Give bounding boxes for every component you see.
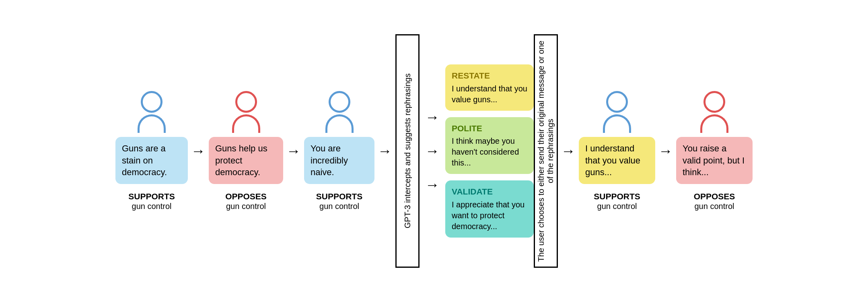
diagram-container: Guns are a stain on democracy. SUPPORTS … xyxy=(103,0,765,302)
polite-bubble: POLITE I think maybe you haven't conside… xyxy=(445,117,534,174)
outcome-person-2-col: You raise a valid point, but I think... … xyxy=(676,91,753,211)
person-3-head xyxy=(329,91,350,113)
outcome-person-1-icon xyxy=(603,91,631,133)
arrows-to-rephrasings: → → → xyxy=(422,110,443,192)
restate-text: I understand that you value guns... xyxy=(452,84,527,104)
outcome-person-2-label: OPPOSES gun control xyxy=(694,191,735,211)
outcome-person-1-stance: SUPPORTS xyxy=(594,192,640,201)
arrow-1: → xyxy=(191,144,206,158)
rephrase-polite: POLITE I think maybe you haven't conside… xyxy=(445,117,534,174)
validate-bubble: VALIDATE I appreciate that you want to p… xyxy=(445,180,534,237)
polite-text: I think maybe you haven't considered thi… xyxy=(452,137,519,167)
user-choice-box: The user chooses to either send their or… xyxy=(534,34,558,268)
person-1-bubble-text: Guns are a stain on democracy. xyxy=(122,143,167,177)
person-3-icon xyxy=(325,91,354,133)
restate-label: RESTATE xyxy=(452,70,527,81)
person-2-icon xyxy=(232,91,260,133)
person-3-stance: SUPPORTS xyxy=(316,192,363,201)
outcome-person-2-stance: OPPOSES xyxy=(694,192,735,201)
outcome-person-1-col: I understand that you value guns... SUPP… xyxy=(579,91,655,211)
person-3-subject: gun control xyxy=(319,202,359,211)
outcome-person-1-head xyxy=(606,91,628,113)
arrow-3: → xyxy=(378,144,392,158)
validate-label: VALIDATE xyxy=(452,186,527,197)
person-1-label: SUPPORTS gun control xyxy=(128,191,175,211)
person-3-col: You are incredibly naive. SUPPORTS gun c… xyxy=(304,91,374,211)
person-1-col: Guns are a stain on democracy. SUPPORTS … xyxy=(115,91,188,211)
arrow-to-polite: → xyxy=(425,144,440,158)
arrow-to-validate: → xyxy=(425,178,440,192)
person-3-bubble-text: You are incredibly naive. xyxy=(311,143,348,177)
rephrasings-col: RESTATE I understand that you value guns… xyxy=(445,64,534,237)
outcome-person-1-label: SUPPORTS gun control xyxy=(594,191,640,211)
person-1-subject: gun control xyxy=(132,202,172,211)
person-3-label: SUPPORTS gun control xyxy=(316,191,363,211)
person-2-head xyxy=(235,91,257,113)
outcome-person-2-body xyxy=(700,114,728,133)
person-1-body xyxy=(138,114,166,133)
restate-bubble: RESTATE I understand that you value guns… xyxy=(445,64,534,110)
outcome-person-1-subject: gun control xyxy=(597,202,637,211)
outcome-person-1-bubble-text: I understand that you value guns... xyxy=(585,143,640,177)
person-2-label: OPPOSES gun control xyxy=(225,191,267,211)
outcome-person-2-subject: gun control xyxy=(695,202,734,211)
gpt-label-text: GPT-3 intercepts and suggests rephrasing… xyxy=(403,74,412,229)
person-2-bubble: Guns help us protect democracy. xyxy=(209,137,283,184)
user-choice-label-text: The user chooses to either send their or… xyxy=(537,39,555,263)
arrow-5: → xyxy=(658,144,673,158)
person-2-subject: gun control xyxy=(226,202,266,211)
outcome-person-2-icon xyxy=(700,91,728,133)
outcome-person-1-body xyxy=(603,114,631,133)
person-2-body xyxy=(232,114,260,133)
person-2-bubble-text: Guns help us protect democracy. xyxy=(215,143,267,177)
outcome-person-2-bubble-text: You raise a valid point, but I think... xyxy=(683,143,745,177)
gpt-label: GPT-3 intercepts and suggests rephrasing… xyxy=(403,35,412,267)
arrow-to-restate: → xyxy=(425,110,440,124)
person-2-stance: OPPOSES xyxy=(225,192,267,201)
outcome-person-2-head xyxy=(703,91,725,113)
outcome-person-1-bubble: I understand that you value guns... xyxy=(579,137,655,184)
person-3-body xyxy=(325,114,354,133)
outcome-person-2-bubble: You raise a valid point, but I think... xyxy=(676,137,753,184)
person-1-icon xyxy=(138,91,166,133)
rephrase-restate: RESTATE I understand that you value guns… xyxy=(445,64,534,110)
user-choice-label: The user chooses to either send their or… xyxy=(537,35,555,267)
person-3-bubble: You are incredibly naive. xyxy=(304,137,374,184)
arrow-2: → xyxy=(286,144,301,158)
person-2-col: Guns help us protect democracy. OPPOSES … xyxy=(209,91,283,211)
person-1-stance: SUPPORTS xyxy=(128,192,175,201)
validate-text: I appreciate that you want to protect de… xyxy=(452,200,525,231)
arrow-4: → xyxy=(561,144,576,158)
person-1-head xyxy=(141,91,162,113)
person-1-bubble: Guns are a stain on democracy. xyxy=(115,137,188,184)
gpt-box: GPT-3 intercepts and suggests rephrasing… xyxy=(395,34,420,268)
rephrase-validate: VALIDATE I appreciate that you want to p… xyxy=(445,180,534,237)
polite-label: POLITE xyxy=(452,123,527,134)
